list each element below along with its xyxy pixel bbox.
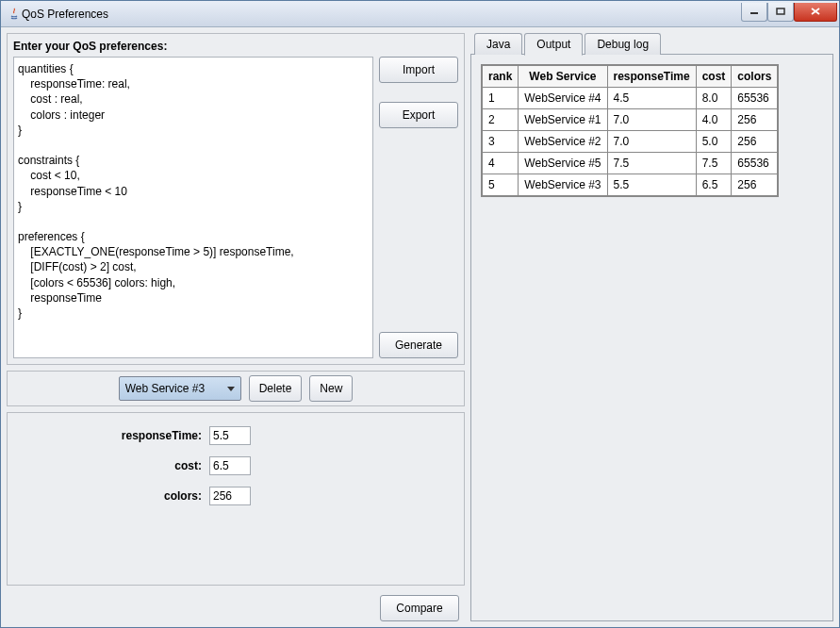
content-area: Enter your QoS preferences: Import Expor… — [1, 27, 839, 627]
th-colors: colors — [732, 65, 779, 88]
window-title: QoS Preferences — [22, 8, 741, 21]
table-cell: 256 — [732, 131, 779, 153]
table-cell: 65536 — [732, 153, 779, 174]
th-responsetime: responseTime — [607, 65, 696, 88]
table-cell: 7.0 — [607, 109, 696, 131]
app-window: QoS Preferences Enter your QoS preferenc… — [0, 0, 840, 628]
left-column: Enter your QoS preferences: Import Expor… — [7, 33, 465, 621]
svg-rect-0 — [750, 12, 758, 14]
table-row: 2WebService #17.04.0256 — [482, 109, 778, 131]
service-dropdown[interactable]: Web Service #3 — [119, 376, 241, 401]
preferences-panel: Enter your QoS preferences: Import Expor… — [7, 33, 465, 365]
form-row-responsetime: responseTime: — [13, 426, 458, 445]
cost-label: cost: — [70, 459, 202, 472]
table-cell: 3 — [482, 131, 519, 153]
table-row: 4WebService #57.57.565536 — [482, 153, 778, 174]
table-cell: 5.0 — [696, 131, 732, 153]
table-cell: 256 — [732, 174, 779, 197]
table-cell: 8.0 — [696, 88, 732, 109]
table-cell: 2 — [482, 109, 519, 131]
tab-body: rank Web Service responseTime cost color… — [470, 54, 833, 621]
colors-label: colors: — [70, 489, 202, 503]
preferences-textarea[interactable] — [13, 57, 373, 358]
preferences-box: Enter your QoS preferences: — [13, 40, 373, 358]
form-row-colors: colors: — [13, 487, 458, 505]
th-rank: rank — [482, 65, 519, 88]
table-cell: WebService #4 — [519, 88, 607, 109]
tab-output[interactable]: Output — [524, 33, 583, 56]
table-cell: WebService #3 — [519, 174, 607, 197]
table-cell: 5.5 — [607, 174, 696, 197]
compare-button[interactable]: Compare — [380, 595, 459, 621]
export-button[interactable]: Export — [379, 102, 458, 128]
bottom-bar: Compare — [7, 591, 465, 621]
tabs: Java Output Debug log — [470, 33, 833, 55]
responsetime-label: responseTime: — [70, 429, 202, 442]
maximize-icon — [776, 8, 785, 15]
right-column: Java Output Debug log rank Web Service r… — [470, 33, 833, 621]
new-button[interactable]: New — [309, 375, 353, 402]
import-button[interactable]: Import — [379, 57, 458, 83]
th-webservice: Web Service — [519, 65, 607, 88]
table-cell: 4.5 — [607, 88, 696, 109]
table-header-row: rank Web Service responseTime cost color… — [482, 65, 778, 88]
table-cell: 7.0 — [607, 131, 696, 153]
table-cell: 256 — [732, 109, 779, 131]
th-cost: cost — [696, 65, 732, 88]
close-icon — [811, 8, 820, 15]
table-row: 1WebService #44.58.065536 — [482, 88, 778, 109]
side-buttons: Import Export Generate — [379, 40, 458, 358]
preferences-label: Enter your QoS preferences: — [13, 40, 373, 53]
minimize-button[interactable] — [741, 3, 767, 22]
form-row-cost: cost: — [13, 456, 458, 475]
generate-button[interactable]: Generate — [379, 332, 458, 358]
table-cell: 5 — [482, 174, 519, 197]
spacer — [379, 147, 458, 313]
service-dropdown-text: Web Service #3 — [125, 382, 222, 395]
titlebar: QoS Preferences — [1, 1, 839, 27]
tab-debuglog[interactable]: Debug log — [585, 33, 661, 55]
window-buttons — [741, 3, 837, 22]
table-cell: 1 — [482, 88, 519, 109]
close-button[interactable] — [794, 3, 837, 22]
service-selector-panel: Web Service #3 Delete New — [7, 371, 465, 406]
table-cell: 6.5 — [696, 174, 732, 197]
table-cell: WebService #2 — [519, 131, 607, 153]
delete-button[interactable]: Delete — [249, 375, 303, 402]
table-row: 5WebService #35.56.5256 — [482, 174, 778, 197]
table-cell: 7.5 — [696, 153, 732, 174]
colors-input[interactable] — [209, 487, 251, 505]
java-icon — [7, 7, 22, 22]
table-cell: 65536 — [732, 88, 779, 109]
results-table: rank Web Service responseTime cost color… — [481, 64, 779, 197]
tab-java[interactable]: Java — [474, 33, 522, 55]
table-cell: 4.0 — [696, 109, 732, 131]
table-row: 3WebService #27.05.0256 — [482, 131, 778, 153]
minimize-icon — [749, 8, 759, 15]
service-form-panel: responseTime: cost: colors: — [7, 412, 465, 586]
table-cell: 4 — [482, 153, 519, 174]
table-cell: WebService #1 — [519, 109, 607, 131]
table-body: 1WebService #44.58.0655362WebService #17… — [482, 88, 778, 197]
chevron-down-icon — [227, 387, 235, 391]
table-cell: WebService #5 — [519, 153, 607, 174]
responsetime-input[interactable] — [209, 426, 251, 445]
table-cell: 7.5 — [607, 153, 696, 174]
svg-rect-1 — [777, 8, 784, 14]
maximize-button[interactable] — [767, 3, 794, 22]
cost-input[interactable] — [209, 456, 251, 475]
